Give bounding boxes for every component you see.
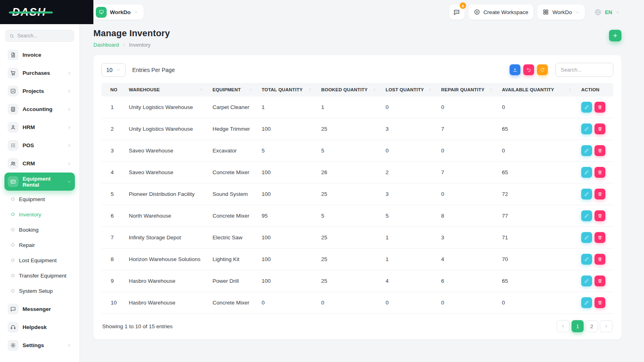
user-menu[interactable]: WorkDo bbox=[537, 4, 585, 20]
cell-available-quantity: 65 bbox=[499, 118, 578, 140]
user-menu-label: WorkDo bbox=[552, 9, 572, 15]
sidebar-subitem-repair[interactable]: Repair bbox=[4, 237, 75, 253]
workspace-switcher[interactable]: WorkDo bbox=[93, 4, 144, 20]
page-title: Manage Inventory bbox=[93, 28, 170, 39]
delete-button[interactable] bbox=[594, 254, 605, 265]
delete-button[interactable] bbox=[594, 210, 605, 221]
trash-icon bbox=[597, 278, 603, 284]
export-button[interactable] bbox=[510, 64, 520, 75]
column-header-warehouse[interactable]: WAREHOUSE bbox=[126, 83, 209, 97]
sidebar-item-equipment-rental[interactable]: Equipment Rental bbox=[4, 173, 75, 191]
column-header-lost-quantity[interactable]: LOST QUANTITY bbox=[382, 83, 438, 97]
refresh-button[interactable] bbox=[537, 64, 548, 75]
cell-equipment: Concrete Mixer bbox=[209, 205, 258, 227]
sort-icon bbox=[199, 88, 204, 92]
column-header-booked-quantity[interactable]: BOOKED QUANTITY bbox=[318, 83, 382, 97]
bullet-icon bbox=[11, 289, 14, 292]
inventory-row: 2Unity Logistics WarehouseHedge Trimmer1… bbox=[101, 118, 613, 140]
pagination-page-1[interactable]: 1 bbox=[572, 320, 584, 332]
cell-repair-quantity: 7 bbox=[438, 118, 499, 140]
sidebar-subitem-transfer-equipment[interactable]: Transfer Equipment bbox=[4, 268, 75, 283]
sidebar-subitem-booking[interactable]: Booking bbox=[4, 222, 75, 237]
edit-button[interactable] bbox=[581, 102, 592, 113]
chevron-left-icon bbox=[561, 324, 566, 329]
sidebar-subitem-label: Transfer Equipment bbox=[19, 273, 66, 279]
language-selector[interactable]: EN bbox=[589, 4, 621, 20]
grid-dots-icon bbox=[8, 140, 19, 151]
cell-total-quantity: 100 bbox=[258, 162, 318, 183]
column-header-repair-quantity[interactable]: REPAIR QUANTITY bbox=[438, 83, 499, 97]
cell-warehouse: Saveo Warehouse bbox=[126, 140, 209, 162]
edit-button[interactable] bbox=[581, 123, 592, 134]
sort-icon bbox=[248, 88, 253, 92]
cell-booked-quantity: 5 bbox=[318, 140, 382, 162]
sidebar-subitem-lost-equipment[interactable]: Lost Equipment bbox=[4, 253, 75, 268]
chevron-right-icon bbox=[67, 71, 72, 76]
sidebar-subitem-inventory[interactable]: Inventory bbox=[4, 207, 75, 222]
edit-button[interactable] bbox=[581, 167, 592, 178]
table-search-input[interactable] bbox=[555, 63, 613, 77]
sort-icon bbox=[568, 88, 572, 92]
edit-button[interactable] bbox=[581, 297, 592, 308]
sidebar-search bbox=[5, 30, 74, 42]
messages-button[interactable]: 0 bbox=[449, 4, 464, 20]
inventory-row: 3Saveo WarehouseExcavator55000 bbox=[101, 140, 613, 162]
sidebar-item-label: Equipment Rental bbox=[23, 176, 63, 188]
cell-equipment: Power Drill bbox=[209, 270, 258, 292]
cell-booked-quantity: 5 bbox=[318, 205, 382, 227]
chevron-right-icon bbox=[67, 125, 72, 130]
edit-button[interactable] bbox=[581, 210, 592, 221]
delete-button[interactable] bbox=[594, 232, 605, 243]
sidebar-item-projects[interactable]: Projects bbox=[4, 82, 75, 100]
edit-button[interactable] bbox=[581, 232, 592, 243]
sidebar-search-input[interactable] bbox=[17, 33, 70, 39]
edit-button[interactable] bbox=[581, 254, 592, 265]
edit-button[interactable] bbox=[581, 145, 592, 156]
delete-button[interactable] bbox=[594, 123, 605, 134]
delete-button[interactable] bbox=[594, 276, 605, 286]
pagination-prev[interactable] bbox=[557, 320, 570, 332]
sidebar-item-accounting[interactable]: Accounting bbox=[4, 100, 75, 118]
cell-repair-quantity: 0 bbox=[438, 183, 499, 205]
create-workspace-button[interactable]: Create Workspace bbox=[469, 4, 534, 20]
cell-lost-quantity: 0 bbox=[382, 292, 438, 314]
delete-button[interactable] bbox=[594, 297, 605, 308]
delete-button[interactable] bbox=[594, 145, 605, 156]
column-header-available-quantity[interactable]: AVAILABLE QUANTITY bbox=[499, 83, 578, 97]
sidebar-item-crm[interactable]: CRM bbox=[4, 154, 75, 173]
gear-icon bbox=[8, 340, 19, 351]
column-header-equipment[interactable]: EQUIPMENT bbox=[209, 83, 258, 97]
cell-warehouse: Unity Logistics Warehouse bbox=[126, 97, 209, 118]
entries-per-page-select[interactable]: 10 bbox=[101, 63, 126, 77]
sidebar-item-purchases[interactable]: Purchases bbox=[4, 64, 75, 82]
inventory-row: 9Hasbro WarehousePower Drill100254665 bbox=[101, 270, 613, 292]
edit-button[interactable] bbox=[581, 276, 592, 286]
sort-icon bbox=[308, 88, 312, 92]
sidebar-subitem-system-setup[interactable]: System Setup bbox=[4, 283, 75, 298]
breadcrumb-dashboard-link[interactable]: Dashboard bbox=[93, 42, 119, 48]
sidebar-item-hrm[interactable]: HRM bbox=[4, 118, 75, 136]
delete-button[interactable] bbox=[594, 189, 605, 200]
sidebar-item-messenger[interactable]: Messenger bbox=[4, 300, 75, 318]
edit-button[interactable] bbox=[581, 189, 592, 200]
delete-button[interactable] bbox=[594, 167, 605, 178]
workspace-icon bbox=[96, 7, 107, 18]
undo-button[interactable] bbox=[523, 64, 534, 75]
inventory-row: 6North WarehouseConcrete Mixer9555877 bbox=[101, 205, 613, 227]
sidebar-item-helpdesk[interactable]: Helpdesk bbox=[4, 318, 75, 336]
sidebar-item-settings[interactable]: Settings bbox=[4, 336, 75, 354]
pagination-next[interactable] bbox=[600, 320, 613, 332]
add-inventory-button[interactable] bbox=[609, 30, 621, 41]
sidebar-subitem-equipment[interactable]: Equipment bbox=[4, 191, 75, 207]
sidebar-item-invoice[interactable]: Invoice bbox=[4, 46, 75, 64]
delete-button[interactable] bbox=[594, 102, 605, 113]
sidebar-item-pos[interactable]: POS bbox=[4, 136, 75, 154]
inventory-row: 10Hasbro WarehouseConcrete Mixer00000 bbox=[101, 292, 613, 314]
column-header-total-quantity[interactable]: TOTAL QUANTITY bbox=[258, 83, 318, 97]
headset-icon bbox=[8, 322, 19, 333]
pagination-page-2[interactable]: 2 bbox=[586, 320, 598, 332]
check-square-icon bbox=[8, 86, 19, 97]
logo-block: DASH bbox=[0, 0, 93, 24]
table-footer: Showing 1 to 10 of 15 entries 12 bbox=[101, 314, 613, 334]
brand-logo[interactable]: DASH bbox=[12, 6, 46, 19]
